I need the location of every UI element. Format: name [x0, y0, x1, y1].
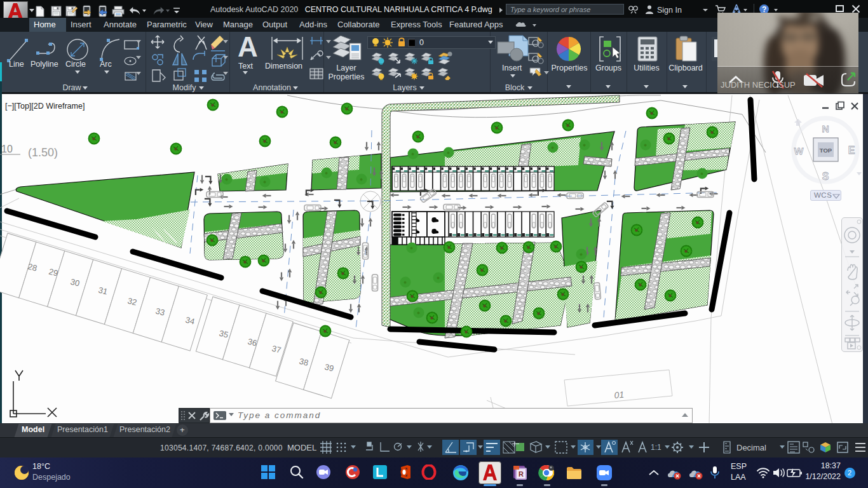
- svg-text:R: R: [519, 470, 524, 478]
- svg-text:10: 10: [1, 144, 13, 154]
- svg-text:W: W: [794, 146, 804, 156]
- svg-text:S: S: [822, 171, 829, 182]
- svg-text:N: N: [822, 123, 829, 134]
- svg-text:TOP: TOP: [820, 147, 832, 154]
- svg-text:Decimal: Decimal: [736, 443, 766, 452]
- svg-text:1:1: 1:1: [651, 443, 661, 452]
- svg-text:[−][Top][2D Wireframe]: [−][Top][2D Wireframe]: [5, 102, 85, 111]
- svg-text:(1.50): (1.50): [28, 146, 58, 159]
- svg-text:E: E: [848, 145, 855, 156]
- svg-text:01: 01: [614, 390, 625, 400]
